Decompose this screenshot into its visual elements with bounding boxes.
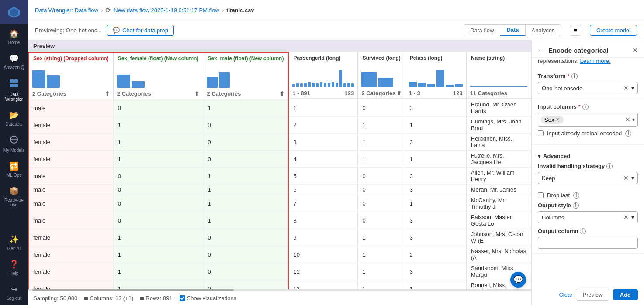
- panel-back-button[interactable]: ←: [538, 47, 545, 55]
- chat-for-data-prep-button[interactable]: 💬 Chat for data prep: [107, 25, 174, 36]
- cell-survived: 0: [358, 212, 405, 229]
- invalid-handling-clear-icon[interactable]: ✕: [623, 175, 629, 182]
- tab-analyses[interactable]: Analyses: [526, 25, 561, 36]
- cell-sex-female: 0: [113, 185, 203, 195]
- output-style-arrow-icon[interactable]: ▾: [631, 214, 634, 220]
- bar: [427, 84, 435, 87]
- cell-pclass: 1: [405, 195, 466, 212]
- bar: [320, 82, 322, 87]
- sampling-info: Sampling: 50,000: [33, 295, 77, 302]
- col-icon-sex-male: ⬆: [280, 90, 284, 97]
- invalid-handling-info-icon[interactable]: i: [606, 163, 613, 169]
- input-columns-tag-area[interactable]: Sex ✕ ✕ ▾: [538, 113, 638, 127]
- sidebar-item-logout[interactable]: ↪ Log out: [5, 280, 23, 305]
- sidebar-item-home[interactable]: 🏠 Home: [0, 24, 28, 49]
- ordinal-encoded-checkbox[interactable]: [538, 130, 544, 136]
- col-stat-sex-female: 2 Categories ⬆: [114, 89, 203, 99]
- col-name-passengerid: PassengerId (long): [293, 55, 353, 61]
- col-stat-pclass: 1 - 3 123: [405, 89, 466, 99]
- add-button[interactable]: Add: [613, 289, 638, 300]
- output-style-clear-icon[interactable]: ✕: [623, 214, 629, 221]
- invalid-handling-arrow-icon[interactable]: ▾: [631, 175, 634, 181]
- invalid-handling-select[interactable]: Keep ✕ ▾: [538, 172, 638, 184]
- tab-data-flow[interactable]: Data flow: [464, 25, 500, 36]
- sidebar-item-my-models[interactable]: My Models: [0, 131, 28, 157]
- datasets-icon: 📂: [9, 110, 19, 120]
- col-icon-passengerid: 123: [345, 90, 354, 96]
- learn-more-link[interactable]: Learn more.: [580, 58, 611, 64]
- output-style-value: Columns: [542, 214, 564, 221]
- cell-pclass: 3: [405, 134, 466, 151]
- col-categories-sex: 2 Categories: [32, 90, 66, 97]
- table-container[interactable]: Sex (string) (Dropped column) 2 Categori…: [28, 52, 531, 289]
- invalid-handling-label-text: Invalid handling strategy: [538, 163, 605, 169]
- sidebar-item-amazon-q[interactable]: 💬 Amazon Q: [0, 49, 28, 74]
- advanced-section-title[interactable]: ▾ Advanced: [538, 149, 638, 163]
- transform-select-controls: ✕ ▾: [623, 85, 634, 92]
- breadcrumb-part1[interactable]: Data Wrangler: Data flow: [35, 7, 98, 14]
- transform-clear-icon[interactable]: ✕: [623, 85, 629, 92]
- input-columns-info-icon[interactable]: i: [582, 104, 589, 110]
- cell-sex: female: [28, 151, 113, 168]
- sidebar-item-mlops[interactable]: 🔁 ML Ops: [0, 157, 28, 182]
- output-column-input[interactable]: [538, 237, 638, 249]
- sidebar-item-gen-ai[interactable]: ✨ Gen AI: [5, 230, 23, 255]
- bar: [378, 78, 393, 87]
- svg-rect-3: [14, 79, 18, 83]
- tab-data[interactable]: Data: [500, 25, 525, 36]
- datawrangler-icon: [9, 79, 19, 90]
- ordinal-info-icon[interactable]: i: [625, 130, 631, 137]
- tag-sex-remove[interactable]: ✕: [556, 117, 560, 123]
- sidebar-item-datasets[interactable]: 📂 Datasets: [0, 106, 28, 131]
- table-row: female101113Sandstrom, Miss. Margu: [28, 263, 531, 280]
- preview-button[interactable]: Preview: [576, 289, 609, 301]
- input-columns-label: Input columns * i: [538, 103, 638, 110]
- drop-last-checkbox[interactable]: [538, 192, 544, 198]
- output-style-select[interactable]: Columns ✕ ▾: [538, 211, 638, 223]
- transform-select[interactable]: One-hot encode ✕ ▾: [538, 82, 638, 94]
- grid-view-button[interactable]: ≡: [570, 25, 581, 36]
- cell-sex-female: 0: [113, 168, 203, 185]
- cell-sex-male: 0: [203, 151, 289, 168]
- bar: [292, 84, 295, 87]
- bar: [361, 72, 377, 87]
- transform-arrow-icon[interactable]: ▾: [631, 85, 634, 91]
- sidebar-item-ready-to-use[interactable]: 📦 Ready-to-use: [0, 182, 28, 212]
- drop-last-info-icon[interactable]: i: [573, 192, 579, 199]
- panel-subtitle: representations. Learn more.: [532, 58, 644, 69]
- input-columns-clear-icon[interactable]: ✕: [625, 116, 630, 123]
- bar: [409, 82, 417, 87]
- panel-footer: Clear Preview Add: [532, 284, 644, 305]
- bar: [308, 82, 311, 87]
- svg-rect-2: [10, 79, 14, 83]
- chat-bubble-button[interactable]: 💬: [510, 272, 526, 288]
- chart-sex: [29, 63, 113, 89]
- panel-advanced-section: ▾ Advanced Invalid handling strategy i K…: [532, 145, 644, 254]
- cell-name: Johnson, Mrs. Oscar W (E: [466, 229, 531, 246]
- transform-info-icon[interactable]: i: [571, 73, 578, 79]
- col-icon-sex: ⬆: [105, 90, 110, 97]
- table-row: female101012Nasser, Mrs. Nicholas (A: [28, 246, 531, 263]
- table-row: male01503Allen, Mr. William Henry: [28, 168, 531, 185]
- input-columns-arrow-icon[interactable]: ▾: [632, 117, 635, 123]
- app-logo[interactable]: [0, 0, 28, 24]
- cell-sex-male: 0: [203, 263, 289, 280]
- output-column-info-icon[interactable]: i: [580, 228, 586, 234]
- clear-button[interactable]: Clear: [559, 291, 572, 298]
- cell-passengerid: 6: [288, 185, 358, 195]
- output-style-label: Output style i: [538, 202, 638, 209]
- output-style-info-icon[interactable]: i: [573, 202, 579, 209]
- cell-sex: female: [28, 134, 113, 151]
- required-star: *: [568, 73, 570, 79]
- cell-name: Futrelle, Mrs. Jacques He: [466, 151, 531, 168]
- create-model-button[interactable]: Create model: [590, 25, 637, 36]
- amazonq-icon: 💬: [9, 54, 19, 63]
- sidebar-item-help[interactable]: ❓ Help: [5, 255, 23, 280]
- cell-sex-male: 0: [203, 280, 289, 290]
- show-viz-label[interactable]: Show visualizations: [180, 295, 236, 302]
- sidebar-item-data-wrangler[interactable]: Data Wrangler: [0, 74, 28, 106]
- invalid-handling-value: Keep: [542, 175, 555, 182]
- breadcrumb-part2[interactable]: New data flow 2025-1-19 6:51:17 PM.flow: [114, 7, 219, 14]
- show-viz-checkbox[interactable]: [180, 295, 185, 301]
- panel-close-button[interactable]: ✕: [632, 46, 638, 55]
